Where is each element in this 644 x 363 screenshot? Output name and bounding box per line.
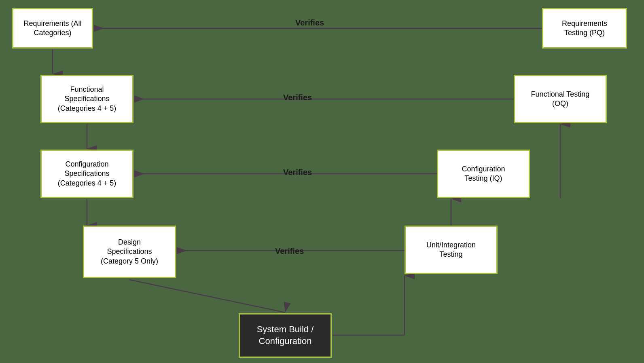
functional-testing-label: Functional Testing(OQ): [531, 90, 590, 109]
unit-integration-label: Unit/IntegrationTesting: [426, 241, 476, 260]
verifies-label-2: Verifies: [283, 93, 312, 102]
svg-line-12: [129, 280, 285, 312]
system-build-label: System Build /Configuration: [257, 324, 314, 347]
requirements-all-label: Requirements (All Categories): [17, 19, 88, 38]
functional-specs-box: FunctionalSpecifications(Categories 4 + …: [40, 75, 133, 123]
verifies-label-3: Verifies: [283, 168, 312, 177]
unit-integration-box: Unit/IntegrationTesting: [405, 226, 498, 274]
functional-testing-box: Functional Testing(OQ): [514, 75, 607, 123]
design-specs-label: DesignSpecifications(Category 5 Only): [101, 238, 158, 266]
requirements-testing-box: RequirementsTesting (PQ): [542, 8, 627, 49]
requirements-testing-label: RequirementsTesting (PQ): [562, 19, 607, 38]
system-build-box: System Build /Configuration: [239, 313, 332, 358]
functional-specs-label: FunctionalSpecifications(Categories 4 + …: [58, 85, 117, 113]
design-specs-box: DesignSpecifications(Category 5 Only): [83, 226, 176, 278]
config-specs-label: ConfigurationSpecifications(Categories 4…: [58, 160, 117, 188]
verifies-label-1: Verifies: [295, 18, 324, 27]
requirements-all-box: Requirements (All Categories): [12, 8, 93, 49]
config-testing-box: ConfigurationTesting (IQ): [437, 150, 530, 198]
diagram-container: Requirements (All Categories) Requiremen…: [0, 0, 644, 363]
config-testing-label: ConfigurationTesting (IQ): [462, 165, 505, 184]
verifies-label-4: Verifies: [275, 247, 304, 256]
config-specs-box: ConfigurationSpecifications(Categories 4…: [40, 150, 133, 198]
